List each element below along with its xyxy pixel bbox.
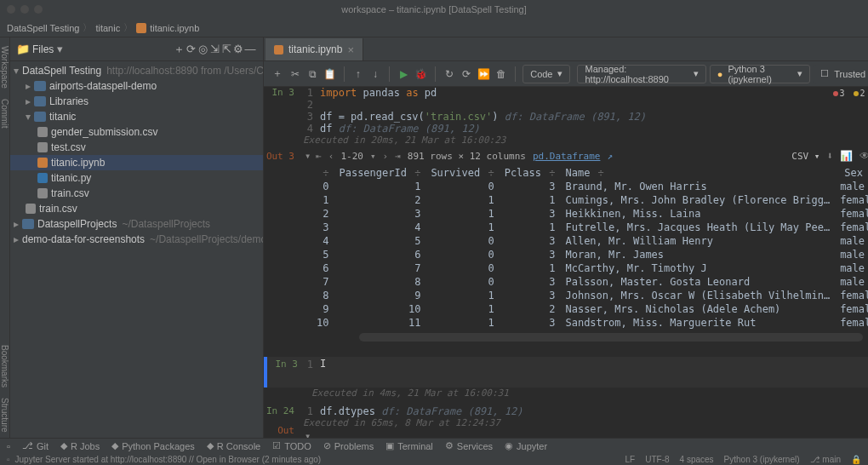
table-row[interactable]: 5603Moran, Mr. JamesmaleNaN0 — [311, 248, 868, 261]
server-dropdown[interactable]: Managed: http://localhost:8890▾ — [577, 65, 705, 83]
gear-icon[interactable]: ⚙ — [232, 43, 244, 55]
status-enc[interactable]: UTF-8 — [645, 455, 669, 464]
sync-icon[interactable]: ⟳ — [185, 43, 197, 55]
table-header[interactable]: Name ÷ — [560, 166, 835, 180]
table-row[interactable]: 7803Palsson, Master. Gosta Leonardmale2.… — [311, 275, 868, 289]
move-up-button[interactable]: ↑ — [351, 66, 364, 83]
project-header: 📁 Files ▾ ＋ ⟳ ◎ ⇲ ⇱ ⚙ — — [10, 37, 263, 61]
table-row[interactable]: 1211Cumings, Mrs. John Bradley (Florence… — [311, 193, 868, 207]
debug-button[interactable]: 🐞 — [414, 66, 428, 83]
table-row[interactable]: 101113Sandstrom, Miss. Marguerite Rutfem… — [311, 316, 868, 330]
tree-folder-titanic: ▾titanic — [10, 109, 263, 124]
status-branch[interactable]: ⎇ main — [810, 455, 841, 464]
expand-icon[interactable]: ⇲ — [208, 43, 220, 55]
move-down-button[interactable]: ↓ — [368, 66, 382, 83]
download-icon[interactable]: ⬇ — [826, 150, 832, 162]
trusted-indicator[interactable]: ☐Trusted — [814, 65, 868, 83]
services-tool[interactable]: ⚙ Services — [445, 440, 493, 451]
eye-icon[interactable]: 👁 — [859, 150, 868, 162]
next-page-button[interactable]: › — [383, 151, 389, 162]
todo-tool[interactable]: ☑ TODO — [272, 440, 311, 451]
table-row[interactable]: 6701McCarthy, Mr. Timothy Jmale54.00 — [311, 261, 868, 275]
status-msg[interactable]: Jupyter Server started at http://localho… — [15, 455, 322, 464]
paste-button[interactable]: 📋 — [323, 66, 336, 83]
cell-type-dropdown[interactable]: Code▾ — [523, 65, 570, 83]
chevron-down-icon[interactable]: ▾ — [54, 43, 66, 55]
collapse-icon[interactable]: ⇱ — [220, 43, 232, 55]
horizontal-scrollbar[interactable] — [359, 333, 863, 342]
table-row[interactable]: 0103Braund, Mr. Owen Harrismale22.01 — [311, 180, 868, 193]
rail-workspace[interactable]: Workspace — [0, 41, 9, 94]
collapse-icon[interactable]: ▫ — [7, 441, 10, 451]
output-header: Out 24 ▾ ⋮ — [264, 428, 868, 438]
tab-notebook[interactable]: titanic.ipynb × — [266, 38, 363, 60]
table-header[interactable]: Sex ÷ — [835, 166, 868, 180]
interrupt-button[interactable]: ↻ — [443, 66, 456, 83]
csv-export-dropdown[interactable]: CSV ▾ — [791, 151, 819, 162]
table-header[interactable]: Pclass ÷ — [500, 166, 561, 180]
type-link[interactable]: pd.Dataframe — [533, 151, 600, 162]
run-button[interactable]: ▶ — [397, 66, 410, 83]
collapse-icon[interactable]: ▾ — [300, 150, 316, 162]
collapse-icon[interactable]: ▾ — [300, 430, 316, 438]
rail-commit[interactable]: Commit — [0, 94, 9, 133]
tree-file: test.csv — [10, 140, 263, 155]
run-all-button[interactable]: ⏩ — [477, 66, 491, 83]
notebook-toolbar: ＋ ✂ ⧉ 📋 ↑ ↓ ▶ 🐞 ↻ ⟳ ⏩ 🗑 Code▾ Managed: h… — [264, 61, 868, 87]
tree-root: ▾DataSpell Testinghttp://localhost:8890 … — [10, 63, 263, 78]
rconsole-tool[interactable]: ◆ R Console — [207, 440, 260, 451]
breadcrumb-dir[interactable]: titanic — [95, 23, 120, 33]
table-row[interactable]: 3411Futrelle, Mrs. Jacques Heath (Lily M… — [311, 221, 868, 234]
status-lock-icon[interactable]: 🔒 — [851, 455, 861, 464]
target-icon[interactable]: ◎ — [197, 43, 208, 55]
close-icon[interactable]: × — [347, 43, 354, 56]
notebook-body[interactable]: 3 2 ^ v In 3 1import pandas as pd 2 3df … — [264, 87, 868, 438]
terminal-tool[interactable]: ▣ Terminal — [385, 440, 433, 451]
table-header[interactable]: Survived ÷ — [425, 166, 499, 180]
status-kernel[interactable]: Python 3 (ipykernel) — [724, 455, 800, 464]
add-icon[interactable]: ＋ — [173, 43, 185, 55]
cut-button[interactable]: ✂ — [288, 66, 301, 83]
copy-button[interactable]: ⧉ — [306, 66, 319, 83]
kernel-dropdown[interactable]: ●Python 3 (ipykernel)▾ — [710, 65, 811, 83]
dataframe-table[interactable]: ÷PassengerId ÷Survived ÷Pclass ÷Name ÷Se… — [264, 166, 868, 342]
rjobs-tool[interactable]: ◆ R Jobs — [60, 440, 100, 451]
hide-icon[interactable]: — — [244, 43, 256, 55]
jupyter-tool[interactable]: ◉ Jupyter — [505, 440, 547, 451]
inspection-badges[interactable]: 3 2 ^ v — [831, 89, 868, 98]
table-row[interactable]: 4503Allen, Mr. William Henrymale35.00 — [311, 234, 868, 248]
restart-button[interactable]: ⟳ — [460, 66, 473, 83]
notebook-icon — [136, 23, 146, 33]
first-page-button[interactable]: ⇤ — [316, 151, 322, 162]
status-indent[interactable]: 4 spaces — [680, 455, 714, 464]
rail-bookmarks[interactable]: Bookmarks — [0, 340, 9, 393]
table-row[interactable]: 91012Nasser, Mrs. Nicholas (Adele Achem)… — [311, 302, 868, 316]
code-cell[interactable]: In 3 1import pandas as pd 2 3df = pd.rea… — [264, 87, 868, 146]
clear-button[interactable]: 🗑 — [494, 66, 508, 83]
prev-page-button[interactable]: ‹ — [328, 151, 334, 162]
folder-icon: 📁 — [17, 43, 29, 55]
add-cell-button[interactable]: ＋ — [271, 66, 284, 83]
in-prompt: In 3 — [267, 357, 303, 388]
code-cell[interactable]: In 24 1df.dtypes df: DataFrame (891, 12)… — [264, 405, 868, 428]
rail-structure[interactable]: Structure — [0, 393, 9, 438]
table-row[interactable]: 8913Johnson, Mrs. Oscar W (Elisabeth Vil… — [311, 289, 868, 302]
breadcrumb-project[interactable]: DataSpell Testing — [7, 23, 79, 33]
table-header[interactable]: PassengerId ÷ — [334, 166, 425, 180]
pypkg-tool[interactable]: ◆ Python Packages — [111, 440, 195, 451]
code-cell-active[interactable]: In 3 1 𝙸 — [264, 357, 868, 388]
breadcrumb-file[interactable]: titanic.ipynb — [150, 23, 199, 33]
chart-icon[interactable]: 📊 — [840, 150, 853, 162]
table-header[interactable]: ÷ — [311, 166, 334, 180]
exec-info: Executed in 20ms, 21 Mar at 16:00:23 — [303, 135, 868, 146]
project-tool-window: 📁 Files ▾ ＋ ⟳ ◎ ⇲ ⇱ ⚙ — ▾DataSpell Testi… — [10, 37, 264, 438]
project-tree[interactable]: ▾DataSpell Testinghttp://localhost:8890 … — [10, 61, 263, 249]
status-icon: ▫ — [7, 455, 10, 464]
git-tool[interactable]: ⎇ Git — [22, 440, 49, 451]
status-lf[interactable]: LF — [625, 455, 636, 464]
last-page-button[interactable]: ⇥ — [395, 151, 401, 162]
window-controls[interactable] — [7, 5, 43, 14]
project-label[interactable]: Files — [32, 43, 54, 55]
problems-tool[interactable]: ⊘ Problems — [323, 440, 374, 451]
table-row[interactable]: 2313Heikkinen, Miss. Lainafemale26.00 — [311, 207, 868, 221]
